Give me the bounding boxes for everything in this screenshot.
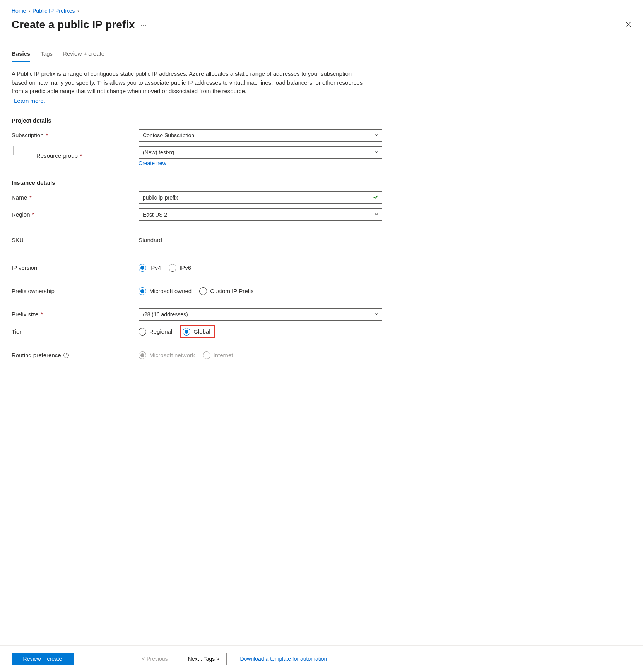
radio-ms-network: Microsoft network [139,351,195,359]
radio-ipv4-label: IPv4 [149,264,161,271]
hierarchy-line-icon [13,146,31,155]
name-input[interactable]: public-ip-prefix [139,191,382,204]
check-icon [373,194,379,201]
region-value: East US 2 [143,211,167,218]
resource-group-value: (New) test-rg [143,149,174,155]
radio-internet-label: Internet [214,352,233,358]
radio-global-label: Global [193,328,210,335]
radio-internet: Internet [203,351,233,359]
radio-ipv6-label: IPv6 [180,264,191,271]
radio-ms-owned-label: Microsoft owned [149,288,192,294]
radio-icon [139,351,146,359]
radio-custom-label: Custom IP Prefix [210,288,253,294]
highlight-box: Global [180,325,214,338]
breadcrumb-prefixes[interactable]: Public IP Prefixes [32,8,75,14]
next-button[interactable]: Next : Tags > [181,653,227,665]
radio-regional[interactable]: Regional [139,328,172,336]
section-project-details: Project details [12,117,631,124]
label-prefix-ownership: Prefix ownership [12,288,55,294]
close-icon[interactable] [625,21,631,29]
label-resource-group: Resource group [36,152,78,159]
radio-icon [183,328,190,336]
radio-icon [139,328,146,336]
chevron-down-icon [374,149,379,155]
footer: Review + create < Previous Next : Tags >… [0,645,643,672]
radio-ipv4[interactable]: IPv4 [139,264,161,272]
radio-icon [169,264,176,272]
sku-value: Standard [139,237,162,243]
chevron-down-icon [374,311,379,317]
label-region: Region [12,211,30,218]
intro-text: A Public IP prefix is a range of contigu… [12,70,368,96]
tab-tags[interactable]: Tags [40,50,53,62]
radio-ipv6[interactable]: IPv6 [169,264,191,272]
region-select[interactable]: East US 2 [139,208,382,221]
required-icon: * [41,311,43,317]
create-new-link[interactable]: Create new [139,160,166,166]
chevron-down-icon [374,211,379,218]
tab-basics[interactable]: Basics [12,50,30,62]
label-ip-version: IP version [12,264,37,271]
breadcrumb-home[interactable]: Home [12,8,26,14]
learn-more-link[interactable]: Learn more. [14,97,45,104]
radio-regional-label: Regional [149,328,172,335]
chevron-right-icon: › [77,8,79,14]
tab-review[interactable]: Review + create [63,50,104,62]
prefix-size-value: /28 (16 addresses) [143,311,188,317]
chevron-down-icon [374,132,379,138]
radio-ms-owned[interactable]: Microsoft owned [139,287,192,295]
radio-custom[interactable]: Custom IP Prefix [199,287,253,295]
radio-global[interactable]: Global [183,328,210,336]
required-icon: * [80,152,82,159]
radio-icon [139,287,146,295]
label-name: Name [12,194,27,201]
subscription-value: Contoso Subscription [143,132,194,138]
label-sku: SKU [12,237,24,243]
required-icon: * [32,211,35,218]
name-value: public-ip-prefix [143,194,178,201]
label-tier: Tier [12,328,21,335]
breadcrumb: Home › Public IP Prefixes › [12,8,631,14]
radio-icon [199,287,207,295]
label-subscription: Subscription [12,132,44,138]
resource-group-select[interactable]: (New) test-rg [139,146,382,159]
required-icon: * [46,132,48,138]
chevron-right-icon: › [28,8,30,14]
info-icon[interactable]: i [63,353,69,358]
section-instance-details: Instance details [12,179,631,186]
review-create-button[interactable]: Review + create [12,653,74,665]
required-icon: * [29,194,32,201]
previous-button: < Previous [135,653,175,665]
subscription-select[interactable]: Contoso Subscription [139,129,382,142]
tabs: Basics Tags Review + create [12,50,631,62]
page-title: Create a public IP prefix [12,19,135,31]
label-routing-preference: Routing preference [12,352,61,358]
download-template-link[interactable]: Download a template for automation [240,656,327,662]
label-prefix-size: Prefix size [12,311,38,317]
radio-icon [139,264,146,272]
radio-ms-network-label: Microsoft network [149,352,195,358]
prefix-size-select[interactable]: /28 (16 addresses) [139,308,382,321]
radio-icon [203,351,210,359]
more-actions-icon[interactable]: ··· [140,21,147,29]
